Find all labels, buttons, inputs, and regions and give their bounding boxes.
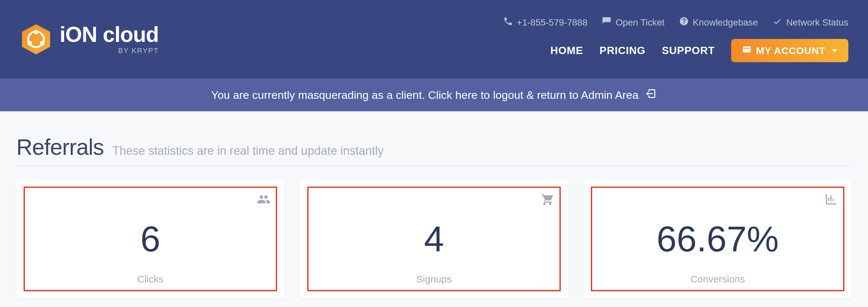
my-account-button[interactable]: MY ACCOUNT [731, 39, 848, 62]
page-title: Referrals [17, 134, 104, 160]
svg-point-2 [34, 30, 38, 34]
clicks-label: Clicks [137, 274, 163, 285]
open-ticket-link[interactable]: Open Ticket [602, 16, 664, 29]
stat-inner: 66.67% Conversions [591, 186, 844, 291]
main-nav: HOME PRICING SUPPORT MY ACCOUNT [550, 39, 848, 62]
nav-support[interactable]: SUPPORT [662, 44, 715, 57]
logout-icon [645, 88, 657, 102]
phone-text: +1-855-579-7888 [517, 18, 588, 28]
brand-subtitle: BY KRYPT [60, 46, 159, 55]
knowledgebase-link[interactable]: Knowledgebase [679, 16, 758, 29]
main-header: iON cloud BY KRYPT +1-855-579-7888 Open … [0, 0, 868, 78]
brand-text: iON cloud BY KRYPT [60, 24, 159, 55]
header-right: +1-855-579-7888 Open Ticket Knowledgebas… [503, 16, 848, 62]
stat-card-clicks[interactable]: 6 Clicks [17, 179, 284, 299]
network-status-link[interactable]: Network Status [772, 16, 848, 29]
brand-logo[interactable]: iON cloud BY KRYPT [20, 23, 159, 56]
bar-chart-icon [824, 193, 838, 207]
phone-link[interactable]: +1-855-579-7888 [503, 16, 588, 29]
card-icon [742, 45, 751, 56]
question-icon [679, 16, 689, 29]
cart-icon [540, 193, 554, 207]
stat-inner: 4 Signups [307, 186, 561, 291]
nav-home[interactable]: HOME [550, 44, 583, 57]
users-icon [257, 193, 271, 207]
svg-point-4 [40, 41, 44, 45]
conversions-label: Conversions [690, 274, 745, 285]
brand-title: iON cloud [60, 24, 159, 45]
conversions-value: 66.67% [656, 221, 779, 257]
my-account-label: MY ACCOUNT [756, 45, 826, 56]
logo-icon [20, 23, 53, 56]
masquerade-text: You are currently masquerading as a clie… [211, 89, 639, 101]
check-icon [772, 16, 782, 29]
stat-inner: 6 Clicks [24, 186, 277, 291]
signups-label: Signups [416, 274, 452, 285]
clicks-value: 6 [140, 221, 160, 257]
open-ticket-text: Open Ticket [616, 18, 664, 28]
page-content: Referrals These statistics are in real t… [0, 111, 868, 307]
top-links: +1-855-579-7888 Open Ticket Knowledgebas… [503, 16, 848, 29]
svg-point-3 [28, 41, 32, 45]
phone-icon [503, 16, 513, 29]
stats-row: 6 Clicks 4 Signups 66.67% Conversions [17, 179, 851, 299]
page-heading: Referrals These statistics are in real t… [17, 134, 851, 166]
comment-icon [602, 16, 612, 29]
nav-pricing[interactable]: PRICING [599, 44, 645, 57]
knowledgebase-text: Knowledgebase [693, 18, 758, 28]
stat-card-conversions[interactable]: 66.67% Conversions [584, 179, 851, 299]
page-subtitle: These statistics are in real time and up… [112, 144, 383, 158]
svg-marker-0 [22, 24, 50, 54]
network-status-text: Network Status [786, 18, 848, 28]
signups-value: 4 [424, 221, 444, 257]
masquerade-banner[interactable]: You are currently masquerading as a clie… [0, 78, 868, 111]
chevron-down-icon [832, 49, 837, 53]
stat-card-signups[interactable]: 4 Signups [300, 179, 568, 299]
